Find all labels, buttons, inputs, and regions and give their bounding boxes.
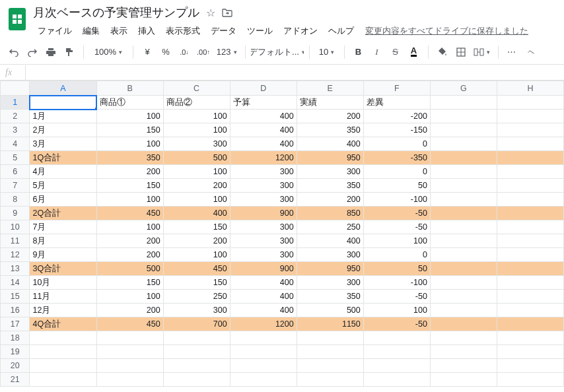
cell-F10[interactable]: -50 bbox=[363, 220, 430, 234]
cell-B3[interactable]: 150 bbox=[96, 123, 163, 137]
cell-A19[interactable] bbox=[30, 345, 96, 359]
menu-edit[interactable]: 編集 bbox=[78, 22, 104, 40]
cell-C3[interactable]: 100 bbox=[163, 123, 230, 137]
cell-G1[interactable] bbox=[430, 96, 497, 110]
menu-file[interactable]: ファイル bbox=[33, 22, 77, 40]
cell-G17[interactable] bbox=[430, 317, 497, 331]
cell-F4[interactable]: 0 bbox=[363, 137, 430, 151]
cell-F6[interactable]: 0 bbox=[363, 165, 430, 179]
redo-icon[interactable] bbox=[24, 44, 41, 61]
cell-G11[interactable] bbox=[430, 234, 497, 248]
fill-handle[interactable] bbox=[95, 108, 97, 110]
cell-G6[interactable] bbox=[430, 165, 497, 179]
cell-F8[interactable]: -100 bbox=[363, 193, 430, 207]
row-header[interactable]: 13 bbox=[1, 262, 30, 276]
cell-D3[interactable]: 400 bbox=[230, 123, 297, 137]
cell-C14[interactable]: 150 bbox=[163, 276, 230, 290]
cell-A12[interactable]: 9月 bbox=[30, 248, 96, 262]
save-status[interactable]: 変更内容をすべてドライブに保存しました bbox=[365, 25, 528, 37]
cell-A16[interactable]: 12月 bbox=[30, 304, 96, 317]
cell-F14[interactable]: -100 bbox=[363, 276, 430, 290]
row-header[interactable]: 5 bbox=[1, 151, 30, 165]
cell-B17[interactable]: 450 bbox=[96, 317, 163, 331]
row-header[interactable]: 1 bbox=[1, 96, 30, 110]
cell-B5[interactable]: 350 bbox=[96, 151, 163, 165]
cell-C20[interactable] bbox=[163, 359, 230, 373]
sheets-logo[interactable] bbox=[5, 4, 29, 34]
font-size-select[interactable]: 10 bbox=[315, 44, 339, 61]
cell-B21[interactable] bbox=[96, 373, 163, 387]
cell-D19[interactable] bbox=[230, 345, 297, 359]
row-header[interactable]: 3 bbox=[1, 123, 30, 137]
cell-F16[interactable]: 100 bbox=[363, 304, 430, 317]
cell-E2[interactable]: 200 bbox=[297, 110, 363, 123]
cell-A4[interactable]: 3月 bbox=[30, 137, 96, 151]
cell-D11[interactable]: 300 bbox=[230, 234, 297, 248]
cell-E9[interactable]: 850 bbox=[297, 207, 363, 220]
menu-insert[interactable]: 挿入 bbox=[133, 22, 160, 40]
cell-G7[interactable] bbox=[430, 179, 497, 193]
cell-F13[interactable]: 50 bbox=[363, 262, 430, 276]
cell-H19[interactable] bbox=[497, 345, 563, 359]
row-header[interactable]: 17 bbox=[1, 317, 30, 331]
cell-A10[interactable]: 7月 bbox=[30, 220, 96, 234]
cell-F15[interactable]: -50 bbox=[363, 290, 430, 304]
menu-view[interactable]: 表示 bbox=[106, 22, 132, 40]
cell-H17[interactable] bbox=[497, 317, 563, 331]
cell-C8[interactable]: 100 bbox=[163, 193, 230, 207]
cell-F11[interactable]: 100 bbox=[363, 234, 430, 248]
cell-F18[interactable] bbox=[363, 331, 430, 345]
cell-A2[interactable]: 1月 bbox=[30, 110, 96, 123]
cell-A1[interactable] bbox=[30, 96, 96, 110]
format-currency[interactable]: ¥ bbox=[139, 44, 156, 61]
col-header-G[interactable]: G bbox=[430, 81, 497, 96]
cell-G9[interactable] bbox=[430, 207, 497, 220]
cell-G5[interactable] bbox=[430, 151, 497, 165]
menu-addons[interactable]: アドオン bbox=[279, 22, 322, 40]
cell-H21[interactable] bbox=[497, 373, 563, 387]
number-format-select[interactable]: 123 bbox=[214, 44, 240, 61]
cell-H2[interactable] bbox=[497, 110, 563, 123]
cell-B7[interactable]: 150 bbox=[96, 179, 163, 193]
cell-C5[interactable]: 500 bbox=[163, 151, 230, 165]
cell-D17[interactable]: 1200 bbox=[230, 317, 297, 331]
cell-E5[interactable]: 950 bbox=[297, 151, 363, 165]
cell-F20[interactable] bbox=[363, 359, 430, 373]
col-header-C[interactable]: C bbox=[163, 81, 230, 96]
cell-D8[interactable]: 300 bbox=[230, 193, 297, 207]
cell-D14[interactable]: 400 bbox=[230, 276, 297, 290]
cell-D10[interactable]: 300 bbox=[230, 220, 297, 234]
cell-G3[interactable] bbox=[430, 123, 497, 137]
cell-G8[interactable] bbox=[430, 193, 497, 207]
cell-C9[interactable]: 400 bbox=[163, 207, 230, 220]
cell-D16[interactable]: 400 bbox=[230, 304, 297, 317]
cell-G21[interactable] bbox=[430, 373, 497, 387]
select-all-corner[interactable] bbox=[1, 81, 30, 96]
cell-G20[interactable] bbox=[430, 359, 497, 373]
cell-B14[interactable]: 150 bbox=[96, 276, 163, 290]
cell-B1[interactable]: 商品① bbox=[96, 96, 163, 110]
col-header-F[interactable]: F bbox=[363, 81, 430, 96]
row-header[interactable]: 18 bbox=[1, 331, 30, 345]
cell-C15[interactable]: 250 bbox=[163, 290, 230, 304]
cell-F7[interactable]: 50 bbox=[363, 179, 430, 193]
col-header-A[interactable]: A bbox=[30, 81, 96, 96]
strikethrough-button[interactable]: S bbox=[387, 44, 404, 61]
cell-H9[interactable] bbox=[497, 207, 563, 220]
cell-E8[interactable]: 200 bbox=[297, 193, 363, 207]
cell-F17[interactable]: -50 bbox=[363, 317, 430, 331]
cell-A3[interactable]: 2月 bbox=[30, 123, 96, 137]
cell-H5[interactable] bbox=[497, 151, 563, 165]
cell-E6[interactable]: 300 bbox=[297, 165, 363, 179]
col-header-B[interactable]: B bbox=[96, 81, 163, 96]
cell-A15[interactable]: 11月 bbox=[30, 290, 96, 304]
cell-A21[interactable] bbox=[30, 373, 96, 387]
cell-E13[interactable]: 950 bbox=[297, 262, 363, 276]
cell-C13[interactable]: 450 bbox=[163, 262, 230, 276]
cell-E11[interactable]: 400 bbox=[297, 234, 363, 248]
cell-F2[interactable]: -200 bbox=[363, 110, 430, 123]
cell-H20[interactable] bbox=[497, 359, 563, 373]
cell-B6[interactable]: 200 bbox=[96, 165, 163, 179]
cell-H15[interactable] bbox=[497, 290, 563, 304]
menu-help[interactable]: ヘルプ bbox=[324, 22, 359, 40]
